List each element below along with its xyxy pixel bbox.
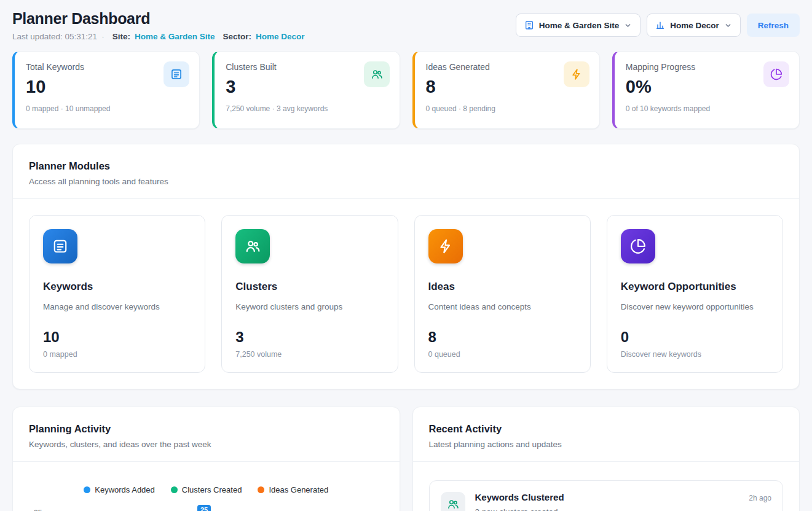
planning-activity-panel: Planning Activity Keywords, clusters, an…: [12, 407, 400, 511]
refresh-button[interactable]: Refresh: [747, 14, 800, 37]
building-icon: [524, 20, 534, 30]
modules-subtitle: Access all planning tools and features: [29, 177, 783, 186]
module-subtext: Discover new keywords: [621, 350, 769, 359]
recent-item-time: 2h ago: [749, 492, 771, 502]
legend-item-ideas-generated[interactable]: Ideas Generated: [258, 485, 328, 494]
module-card-ideas[interactable]: Ideas Content ideas and concepts 8 0 que…: [414, 215, 591, 373]
recent-activity-item: Keywords Clustered 3 new clusters create…: [429, 480, 784, 511]
sector-selector-value: Home Decor: [670, 21, 719, 30]
pie-chart-icon: [763, 61, 789, 87]
module-title: Keywords: [43, 281, 191, 293]
module-title: Ideas: [428, 281, 577, 293]
stat-card-total-keywords: Total Keywords 10 0 mapped · 10 unmapped: [12, 51, 200, 129]
activity-panel-header: Planning Activity Keywords, clusters, an…: [13, 407, 400, 462]
module-subtext: 0 queued: [428, 350, 577, 359]
sector-label: Sector:: [223, 32, 251, 41]
site-label: Site:: [112, 32, 130, 41]
document-icon: [164, 61, 189, 87]
module-subtext: 7,250 volume: [235, 350, 384, 359]
module-card-clusters[interactable]: Clusters Keyword clusters and groups 3 7…: [221, 215, 398, 373]
activity-title: Planning Activity: [29, 423, 384, 435]
stat-card-clusters-built: Clusters Built 3 7,250 volume · 3 avg ke…: [212, 51, 400, 129]
module-description: Discover new keyword opportunities: [621, 302, 769, 311]
legend-dot-green: [171, 486, 178, 493]
stat-subtext: 0 queued · 8 pending: [426, 104, 588, 113]
site-selector-value: Home & Garden Site: [539, 21, 620, 30]
users-icon: [235, 229, 270, 263]
modules-grid: Keywords Manage and discover keywords 10…: [13, 199, 799, 389]
stat-card-ideas-generated: Ideas Generated 8 0 queued · 8 pending: [412, 51, 600, 129]
bottom-row: Planning Activity Keywords, clusters, an…: [12, 407, 800, 511]
y-axis-tick: 25: [34, 509, 42, 511]
modules-title: Planner Modules: [29, 160, 783, 172]
module-subtext: 0 mapped: [43, 350, 191, 359]
module-title: Keyword Opportunities: [621, 281, 769, 293]
stat-subtext: 7,250 volume · 3 avg keywords: [226, 104, 388, 113]
legend-dot-orange: [258, 486, 264, 493]
sector-link[interactable]: Home Decor: [256, 32, 305, 41]
legend-label: Ideas Generated: [269, 485, 328, 494]
users-icon: [441, 492, 465, 511]
document-icon: [43, 229, 77, 263]
users-icon: [364, 61, 390, 87]
recent-activity-panel: Recent Activity Latest planning actions …: [412, 407, 800, 511]
meta-line: Last updated: 05:31:21 · Site: Home & Ga…: [12, 32, 304, 41]
module-description: Content ideas and concepts: [428, 302, 577, 311]
recent-activity-list: Keywords Clustered 3 new clusters create…: [413, 462, 800, 511]
recent-item-description: 3 new clusters created: [475, 507, 564, 511]
last-updated-text: Last updated: 05:31:21: [12, 32, 97, 41]
page-title: Planner Dashboard: [12, 10, 304, 28]
header-controls: Home & Garden Site Home Decor Refresh: [516, 10, 800, 37]
dashboard-page: Planner Dashboard Last updated: 05:31:21…: [0, 0, 812, 511]
module-value: 10: [43, 329, 191, 346]
module-value: 8: [428, 329, 577, 346]
module-value: 0: [621, 329, 769, 346]
module-description: Keyword clusters and groups: [235, 302, 384, 311]
legend-item-keywords-added[interactable]: Keywords Added: [84, 485, 155, 494]
planner-modules-panel: Planner Modules Access all planning tool…: [12, 144, 800, 389]
stat-subtext: 0 of 10 keywords mapped: [626, 104, 788, 113]
legend-label: Keywords Added: [95, 485, 155, 494]
data-point-label: 25: [197, 505, 211, 511]
meta-separator: ·: [101, 32, 104, 41]
module-title: Clusters: [235, 281, 384, 293]
bolt-icon: [564, 61, 589, 87]
bolt-icon: [428, 229, 463, 263]
module-value: 3: [235, 329, 384, 346]
chevron-down-icon: [624, 21, 632, 29]
bar-chart-icon: [655, 20, 665, 30]
module-card-keyword-opportunities[interactable]: Keyword Opportunities Discover new keywo…: [607, 215, 783, 373]
recent-title: Recent Activity: [429, 423, 784, 435]
legend-dot-blue: [84, 486, 90, 493]
recent-item-title: Keywords Clustered: [475, 492, 564, 502]
chevron-down-icon: [724, 21, 732, 29]
page-header: Planner Dashboard Last updated: 05:31:21…: [12, 10, 800, 41]
recent-item-text: Keywords Clustered 3 new clusters create…: [475, 492, 564, 511]
module-card-keywords[interactable]: Keywords Manage and discover keywords 10…: [29, 215, 205, 373]
activity-area-chart: 25 25 24: [13, 499, 400, 511]
module-description: Manage and discover keywords: [43, 302, 191, 311]
site-link[interactable]: Home & Garden Site: [135, 32, 215, 41]
legend-label: Clusters Created: [182, 485, 242, 494]
keywords-added-area-series: [51, 499, 391, 511]
stats-row: Total Keywords 10 0 mapped · 10 unmapped…: [12, 51, 800, 129]
modules-panel-header: Planner Modules Access all planning tool…: [13, 144, 799, 199]
pie-chart-icon: [621, 229, 655, 263]
sector-selector-dropdown[interactable]: Home Decor: [647, 14, 741, 37]
header-left: Planner Dashboard Last updated: 05:31:21…: [12, 10, 304, 41]
recent-subtitle: Latest planning actions and updates: [429, 440, 784, 449]
stat-card-mapping-progress: Mapping Progress 0% 0 of 10 keywords map…: [612, 51, 800, 129]
chart-legend: Keywords Added Clusters Created Ideas Ge…: [13, 485, 400, 494]
recent-panel-header: Recent Activity Latest planning actions …: [413, 407, 800, 462]
site-selector-dropdown[interactable]: Home & Garden Site: [516, 14, 641, 37]
legend-item-clusters-created[interactable]: Clusters Created: [171, 485, 242, 494]
activity-subtitle: Keywords, clusters, and ideas over the p…: [29, 440, 384, 449]
stat-subtext: 0 mapped · 10 unmapped: [26, 104, 188, 113]
